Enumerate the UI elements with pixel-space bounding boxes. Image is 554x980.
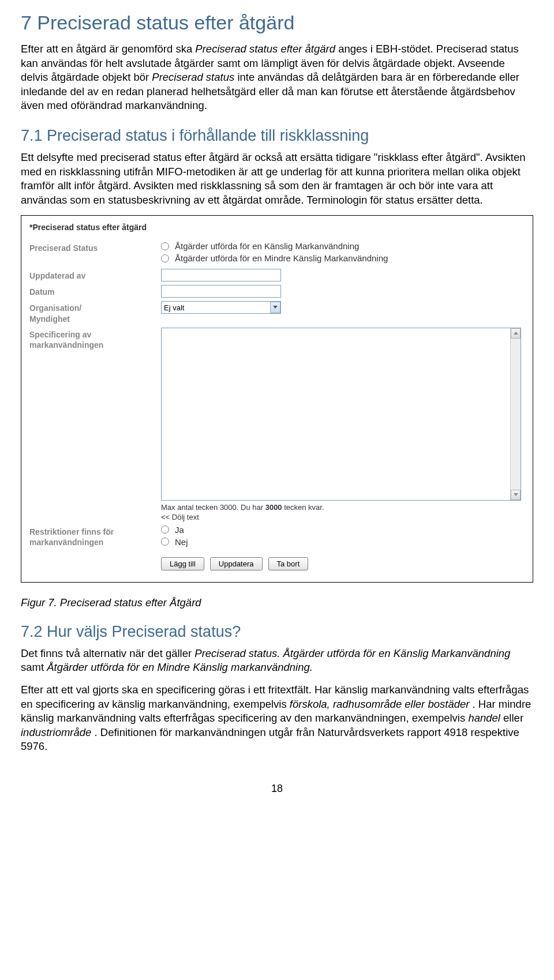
text: Organisation/ xyxy=(29,303,81,313)
radio-option-kanslig[interactable]: Åtgärder utförda för en Känslig Markanvä… xyxy=(161,241,527,251)
label-uppdaterad-av: Uppdaterad av xyxy=(29,269,161,281)
radio-icon xyxy=(161,242,169,250)
text: Efter att en åtgärd är genomförd ska xyxy=(21,43,195,55)
radio-label: Åtgärder utförda för en Känslig Markanvä… xyxy=(175,241,359,251)
form-screenshot: *Preciserad status efter åtgärd Preciser… xyxy=(21,215,533,582)
text-italic: Åtgärder utförda för en Mindre Känslig m… xyxy=(47,661,313,673)
page-number: 18 xyxy=(21,783,533,795)
text: eller xyxy=(503,712,523,724)
para-7-2-a: Det finns två alternativ när det gäller … xyxy=(21,647,533,675)
char-count-hint: Max antal tecken 3000. Du har 3000 tecke… xyxy=(161,503,527,512)
text: Det finns två alternativ när det gäller xyxy=(21,647,194,659)
text-italic: industriområde xyxy=(21,726,91,738)
para-7-1: Ett delsyfte med preciserad status efter… xyxy=(21,151,533,207)
svg-marker-0 xyxy=(273,306,278,309)
radio-icon xyxy=(161,254,169,262)
scrollbar[interactable] xyxy=(510,328,521,500)
radio-option-ja[interactable]: Ja xyxy=(161,525,527,535)
uppdaterad-av-input[interactable] xyxy=(161,269,281,281)
radio-label: Nej xyxy=(175,537,188,547)
heading-7: 7 Preciserad status efter åtgärd xyxy=(21,12,533,34)
radio-option-nej[interactable]: Nej xyxy=(161,537,527,547)
label-specificering: Specificering av markanvändningen xyxy=(29,328,161,350)
organisation-select[interactable]: Ej valt xyxy=(161,301,281,314)
text: Myndighet xyxy=(29,314,70,324)
label-datum: Datum xyxy=(29,285,161,297)
label-preciserad-status: Preciserad Status xyxy=(29,241,161,253)
text-italic: Preciserad status xyxy=(152,71,234,83)
hide-text-link[interactable]: << Dölj text xyxy=(161,513,527,521)
radio-label: Ja xyxy=(175,525,184,535)
text-italic: Preciserad status. Åtgärder utförda för … xyxy=(194,647,510,659)
para-7-2-b: Efter att ett val gjorts ska en specific… xyxy=(21,683,533,754)
radio-icon xyxy=(161,538,169,546)
spacer xyxy=(29,553,161,554)
datum-input[interactable] xyxy=(161,285,281,298)
char-count: 3000 xyxy=(265,503,282,512)
text: samt xyxy=(21,661,47,673)
radio-icon xyxy=(161,525,169,534)
update-button[interactable]: Uppdatera xyxy=(210,557,263,570)
para-7-intro: Efter att en åtgärd är genomförd ska Pre… xyxy=(21,42,533,113)
radio-label: Åtgärder utförda för en Mindre Känslig M… xyxy=(175,253,388,263)
svg-marker-2 xyxy=(514,493,518,496)
scroll-down-icon[interactable] xyxy=(511,490,521,500)
heading-7-1: 7.1 Preciserad status i förhållande till… xyxy=(21,127,533,145)
add-button[interactable]: Lägg till xyxy=(161,557,204,570)
text-italic: handel xyxy=(468,712,500,724)
select-value: Ej valt xyxy=(164,303,184,312)
radio-option-mindre-kanslig[interactable]: Åtgärder utförda för en Mindre Känslig M… xyxy=(161,253,527,263)
figure-caption: Figur 7. Preciserad status efter Åtgärd xyxy=(21,596,533,609)
form-title: *Preciserad status efter åtgärd xyxy=(29,223,527,232)
text: Max antal tecken 3000. Du har xyxy=(161,503,265,512)
label-organisation: Organisation/ Myndighet xyxy=(29,301,161,324)
text: markanvändningen xyxy=(29,340,103,350)
svg-marker-1 xyxy=(514,332,518,335)
text: tecken kvar. xyxy=(282,503,324,512)
text: markanvändningen xyxy=(29,538,103,547)
text-italic: Preciserad status efter åtgärd xyxy=(195,43,335,55)
text: Specificering av xyxy=(29,330,91,339)
label-restriktioner: Restriktioner finns för markanvändningen xyxy=(29,525,161,547)
chevron-down-icon xyxy=(270,302,280,313)
text: . Definitionen för markanvändningen utgå… xyxy=(21,726,519,753)
specificering-textarea[interactable] xyxy=(161,328,521,501)
text: Restriktioner finns för xyxy=(29,527,114,536)
text-italic: förskola, radhusområde eller bostäder xyxy=(290,698,470,710)
heading-7-2: 7.2 Hur väljs Preciserad status? xyxy=(21,623,533,641)
remove-button[interactable]: Ta bort xyxy=(268,557,309,570)
scroll-up-icon[interactable] xyxy=(511,328,521,339)
